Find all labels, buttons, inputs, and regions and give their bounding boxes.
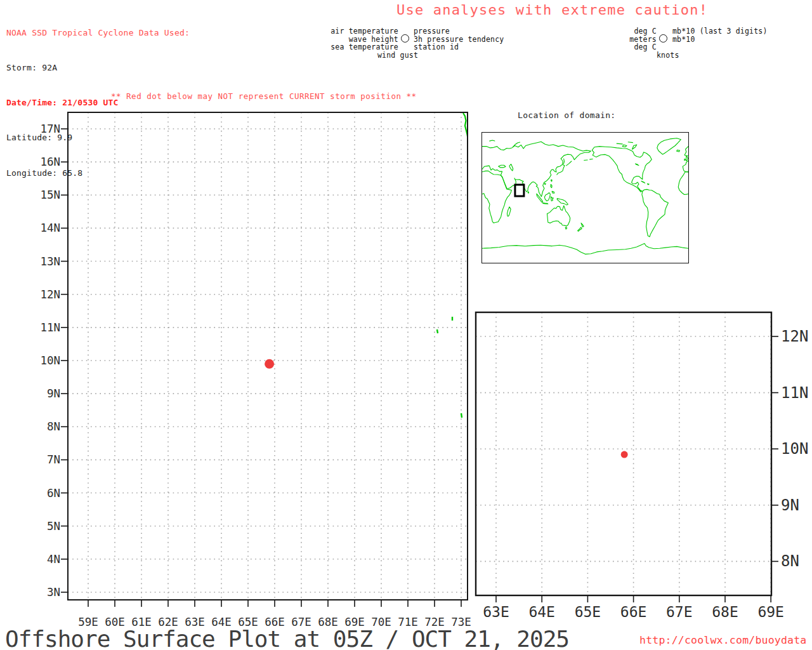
y-tick-label: 8N <box>781 552 799 570</box>
y-tick-label: 11N <box>781 384 808 402</box>
y-tick-label: 10N <box>781 440 808 458</box>
source-url: http://coolwx.com/buoydata <box>639 634 806 646</box>
y-tick-label: 14N <box>40 222 60 234</box>
y-tick-label: 3N <box>47 586 60 599</box>
y-tick-label: 16N <box>40 156 60 168</box>
y-tick-label: 9N <box>47 387 60 400</box>
y-tick-label: 11N <box>40 321 60 334</box>
x-tick-label: 67E <box>666 604 693 620</box>
x-tick-label: 64E <box>528 604 555 620</box>
storm-position-dot <box>621 451 628 458</box>
y-tick-label: 6N <box>47 487 60 500</box>
y-tick-label: 8N <box>47 420 60 433</box>
x-tick-label: 65E <box>575 604 601 620</box>
island-mark <box>461 413 462 418</box>
offshore-surface-plot-page: NOAA SSD Tropical Cyclone Data Used: Sto… <box>0 0 812 650</box>
y-tick-label: 12N <box>781 328 808 345</box>
plots-layer: 59E60E61E62E63E64E65E66E67E68E69E70E71E7… <box>0 0 812 650</box>
y-tick-label: 7N <box>47 453 60 466</box>
storm-position-dot <box>265 359 274 369</box>
y-tick-label: 12N <box>40 288 60 301</box>
y-tick-label: 5N <box>47 520 60 533</box>
y-tick-label: 15N <box>40 189 60 201</box>
x-tick-label: 66E <box>620 604 647 620</box>
island-mark <box>437 329 438 333</box>
x-tick-label: 69E <box>757 604 784 620</box>
x-tick-label: 68E <box>712 604 738 620</box>
x-tick-label: 63E <box>483 604 509 620</box>
y-tick-label: 9N <box>781 496 799 514</box>
y-tick-label: 10N <box>40 354 60 367</box>
y-tick-label: 17N <box>40 123 60 135</box>
y-tick-label: 13N <box>40 255 60 268</box>
coastline-fragment <box>463 113 468 136</box>
y-tick-label: 4N <box>47 553 60 566</box>
page-title: Offshore Surface Plot at 05Z / OCT 21, 2… <box>5 626 569 650</box>
